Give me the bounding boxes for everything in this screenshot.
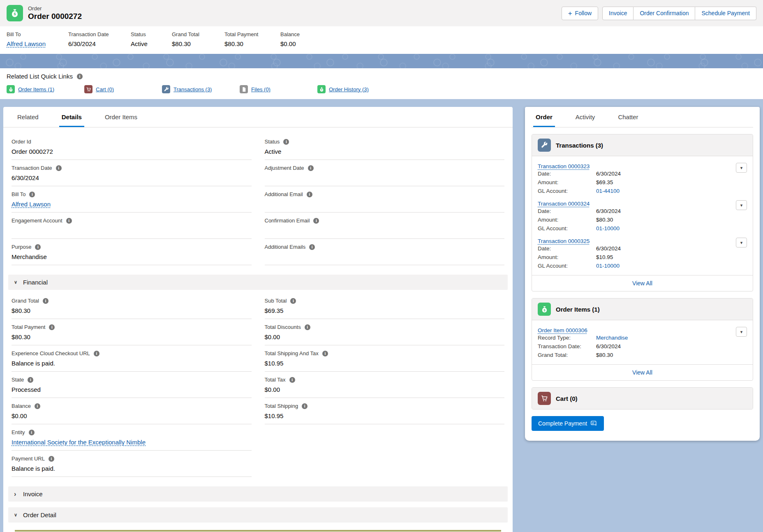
entity-link[interactable]: International Society for the Exceptiona… bbox=[12, 439, 146, 446]
row-actions-dropdown[interactable] bbox=[736, 238, 747, 247]
complete-payment-button[interactable]: Complete Payment bbox=[532, 416, 604, 431]
schedule-payment-button[interactable]: Schedule Payment bbox=[695, 7, 756, 20]
transaction-date: 6/30/2024 bbox=[596, 244, 621, 253]
record-tabs: Related Details Order Items bbox=[3, 107, 513, 127]
field-value: 6/30/2024 bbox=[12, 173, 252, 182]
record-header: $ Order Order 0000272 Follow Invoice Ord… bbox=[0, 0, 763, 26]
field-additional-emails: Additional Emails bbox=[265, 243, 505, 265]
info-icon[interactable] bbox=[289, 377, 295, 383]
field-value: $69.35 bbox=[265, 306, 505, 315]
field-entity: Entity International Society for the Exc… bbox=[12, 428, 252, 451]
order-confirmation-button[interactable]: Order Confirmation bbox=[634, 7, 695, 20]
info-icon[interactable] bbox=[309, 244, 315, 250]
page-header: $ Order Order 0000272 Follow Invoice Ord… bbox=[0, 0, 763, 54]
svg-text:$: $ bbox=[14, 12, 16, 16]
info-icon[interactable] bbox=[35, 244, 41, 250]
transactions-quick-link[interactable]: Transactions (3) bbox=[173, 86, 212, 93]
info-icon[interactable] bbox=[35, 403, 40, 409]
chevron-down-icon bbox=[14, 280, 19, 285]
field-confirmation-email: Confirmation Email bbox=[265, 216, 505, 239]
info-icon[interactable] bbox=[28, 377, 33, 383]
chevron-right-icon bbox=[14, 490, 19, 498]
record-type-link[interactable]: Merchandise bbox=[596, 333, 628, 342]
quick-link-order-items: $ Order Items (1) bbox=[7, 85, 84, 93]
field-experience-cloud-checkout-url: Experience Cloud Checkout URL Balance is… bbox=[12, 349, 252, 372]
decorative-banner bbox=[0, 54, 763, 68]
payment-card-icon bbox=[591, 421, 597, 426]
summary-value: $80.30 bbox=[224, 40, 275, 47]
bill-to-link[interactable]: Alfred Lawson bbox=[12, 201, 51, 208]
tab-related[interactable]: Related bbox=[15, 107, 41, 127]
quick-link-order-history: $ Order History (3) bbox=[317, 85, 395, 93]
info-icon[interactable] bbox=[29, 192, 35, 197]
related-list-title[interactable]: Cart (0) bbox=[556, 395, 578, 402]
page-title: Order 0000272 bbox=[28, 12, 82, 21]
follow-button[interactable]: Follow bbox=[562, 7, 598, 20]
info-icon[interactable] bbox=[308, 165, 314, 171]
tab-order-items[interactable]: Order Items bbox=[102, 107, 140, 127]
transaction-link[interactable]: Transaction 0000325 bbox=[538, 238, 590, 244]
info-icon[interactable] bbox=[49, 456, 54, 462]
transaction-link[interactable]: Transaction 0000323 bbox=[538, 163, 590, 169]
invoice-button[interactable]: Invoice bbox=[602, 7, 634, 20]
money-bag-icon: $ bbox=[317, 85, 326, 93]
svg-text:$: $ bbox=[543, 308, 545, 312]
tab-details[interactable]: Details bbox=[59, 107, 84, 127]
summary-value: $0.00 bbox=[280, 40, 300, 47]
row-actions-dropdown[interactable] bbox=[736, 327, 747, 337]
info-icon[interactable] bbox=[77, 74, 83, 79]
bill-to-link[interactable]: Alfred Lawson bbox=[7, 40, 46, 47]
transaction-entry: Transaction 0000323 Date:6/30/2024 Amoun… bbox=[538, 163, 747, 195]
gl-account-link[interactable]: 01-10000 bbox=[596, 224, 620, 233]
transaction-date: 6/30/2024 bbox=[596, 207, 621, 215]
tab-chatter[interactable]: Chatter bbox=[615, 107, 640, 127]
info-icon[interactable] bbox=[313, 218, 319, 224]
transaction-amount: $69.35 bbox=[596, 178, 613, 187]
info-icon[interactable] bbox=[43, 298, 49, 304]
transaction-link[interactable]: Transaction 0000324 bbox=[538, 201, 590, 207]
field-value: $10.95 bbox=[265, 412, 505, 420]
info-icon[interactable] bbox=[290, 298, 296, 304]
row-actions-dropdown[interactable] bbox=[736, 200, 747, 210]
related-list-title[interactable]: Transactions (3) bbox=[556, 142, 603, 149]
gl-account-link[interactable]: 01-44100 bbox=[596, 187, 620, 195]
section-financial[interactable]: Financial bbox=[8, 275, 508, 290]
info-icon[interactable] bbox=[29, 430, 35, 435]
field-balance: Balance $0.00 bbox=[12, 402, 252, 424]
summary-label: Transaction Date bbox=[68, 31, 126, 37]
related-list-title[interactable]: Order Items (1) bbox=[556, 306, 600, 313]
gl-account-link[interactable]: 01-10000 bbox=[596, 261, 620, 270]
field-status: Status Active bbox=[265, 137, 505, 160]
view-all-order-items-link[interactable]: View All bbox=[632, 369, 652, 376]
info-icon[interactable] bbox=[66, 218, 72, 224]
info-icon[interactable] bbox=[307, 192, 312, 197]
info-icon[interactable] bbox=[56, 165, 62, 171]
row-actions-dropdown[interactable] bbox=[736, 163, 747, 173]
info-icon[interactable] bbox=[302, 403, 308, 409]
tab-order[interactable]: Order bbox=[533, 107, 555, 127]
info-icon[interactable] bbox=[305, 324, 310, 330]
info-icon[interactable] bbox=[283, 139, 289, 145]
info-icon[interactable] bbox=[94, 351, 99, 356]
cart-icon bbox=[84, 85, 92, 93]
order-history-quick-link[interactable]: Order History (3) bbox=[329, 86, 369, 93]
files-quick-link[interactable]: Files (0) bbox=[251, 86, 271, 93]
section-invoice[interactable]: Invoice bbox=[8, 486, 508, 502]
transaction-date: 6/30/2024 bbox=[596, 169, 621, 178]
cart-quick-link[interactable]: Cart (0) bbox=[96, 86, 114, 93]
summary-label: Total Payment bbox=[224, 31, 275, 37]
info-icon[interactable] bbox=[49, 324, 55, 330]
summary-value: $80.30 bbox=[172, 40, 220, 47]
tab-activity[interactable]: Activity bbox=[573, 107, 598, 127]
order-item-transaction-date: 6/30/2024 bbox=[596, 342, 621, 351]
field-sub-total: Sub Total $69.35 bbox=[265, 296, 505, 319]
order-item-link[interactable]: Order Item 0000306 bbox=[538, 327, 587, 333]
order-items-quick-link[interactable]: Order Items (1) bbox=[18, 86, 54, 93]
field-value: $0.00 bbox=[265, 333, 505, 341]
summary-label: Grand Total bbox=[172, 31, 220, 37]
view-all-transactions-link[interactable]: View All bbox=[632, 280, 652, 287]
section-order-detail[interactable]: Order Detail bbox=[8, 507, 508, 523]
field-value bbox=[265, 252, 505, 261]
field-value bbox=[12, 226, 252, 235]
info-icon[interactable] bbox=[322, 351, 328, 356]
